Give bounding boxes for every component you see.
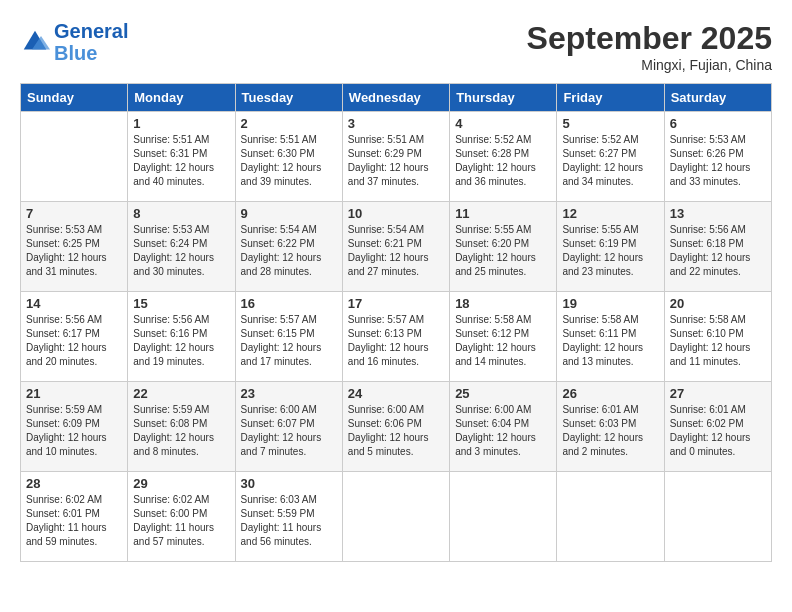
calendar-cell: 25Sunrise: 6:00 AM Sunset: 6:04 PM Dayli… [450, 382, 557, 472]
calendar-cell: 2Sunrise: 5:51 AM Sunset: 6:30 PM Daylig… [235, 112, 342, 202]
day-number: 5 [562, 116, 658, 131]
weekday-header-saturday: Saturday [664, 84, 771, 112]
day-info: Sunrise: 5:52 AM Sunset: 6:28 PM Dayligh… [455, 133, 551, 189]
day-number: 1 [133, 116, 229, 131]
day-info: Sunrise: 5:55 AM Sunset: 6:20 PM Dayligh… [455, 223, 551, 279]
calendar-cell: 21Sunrise: 5:59 AM Sunset: 6:09 PM Dayli… [21, 382, 128, 472]
day-info: Sunrise: 6:00 AM Sunset: 6:04 PM Dayligh… [455, 403, 551, 459]
calendar-cell: 8Sunrise: 5:53 AM Sunset: 6:24 PM Daylig… [128, 202, 235, 292]
calendar-cell: 6Sunrise: 5:53 AM Sunset: 6:26 PM Daylig… [664, 112, 771, 202]
calendar-cell [342, 472, 449, 562]
calendar-cell: 22Sunrise: 5:59 AM Sunset: 6:08 PM Dayli… [128, 382, 235, 472]
day-number: 7 [26, 206, 122, 221]
day-info: Sunrise: 5:57 AM Sunset: 6:13 PM Dayligh… [348, 313, 444, 369]
calendar-cell: 5Sunrise: 5:52 AM Sunset: 6:27 PM Daylig… [557, 112, 664, 202]
month-title: September 2025 [527, 20, 772, 57]
day-info: Sunrise: 5:53 AM Sunset: 6:24 PM Dayligh… [133, 223, 229, 279]
calendar-cell: 11Sunrise: 5:55 AM Sunset: 6:20 PM Dayli… [450, 202, 557, 292]
calendar-cell [664, 472, 771, 562]
day-number: 26 [562, 386, 658, 401]
logo: General Blue [20, 20, 128, 64]
day-number: 15 [133, 296, 229, 311]
calendar-cell: 16Sunrise: 5:57 AM Sunset: 6:15 PM Dayli… [235, 292, 342, 382]
day-number: 2 [241, 116, 337, 131]
day-info: Sunrise: 6:03 AM Sunset: 5:59 PM Dayligh… [241, 493, 337, 549]
calendar-cell: 18Sunrise: 5:58 AM Sunset: 6:12 PM Dayli… [450, 292, 557, 382]
calendar-cell [557, 472, 664, 562]
day-number: 3 [348, 116, 444, 131]
day-number: 28 [26, 476, 122, 491]
calendar-cell: 20Sunrise: 5:58 AM Sunset: 6:10 PM Dayli… [664, 292, 771, 382]
day-number: 9 [241, 206, 337, 221]
day-number: 14 [26, 296, 122, 311]
weekday-header-friday: Friday [557, 84, 664, 112]
day-number: 6 [670, 116, 766, 131]
day-info: Sunrise: 5:58 AM Sunset: 6:12 PM Dayligh… [455, 313, 551, 369]
weekday-header-monday: Monday [128, 84, 235, 112]
day-info: Sunrise: 6:01 AM Sunset: 6:03 PM Dayligh… [562, 403, 658, 459]
title-block: September 2025 Mingxi, Fujian, China [527, 20, 772, 73]
day-info: Sunrise: 5:54 AM Sunset: 6:22 PM Dayligh… [241, 223, 337, 279]
day-info: Sunrise: 6:00 AM Sunset: 6:06 PM Dayligh… [348, 403, 444, 459]
week-row-4: 28Sunrise: 6:02 AM Sunset: 6:01 PM Dayli… [21, 472, 772, 562]
day-info: Sunrise: 6:01 AM Sunset: 6:02 PM Dayligh… [670, 403, 766, 459]
day-info: Sunrise: 5:56 AM Sunset: 6:17 PM Dayligh… [26, 313, 122, 369]
day-number: 23 [241, 386, 337, 401]
day-info: Sunrise: 6:00 AM Sunset: 6:07 PM Dayligh… [241, 403, 337, 459]
calendar-cell: 24Sunrise: 6:00 AM Sunset: 6:06 PM Dayli… [342, 382, 449, 472]
day-number: 4 [455, 116, 551, 131]
weekday-header-tuesday: Tuesday [235, 84, 342, 112]
calendar-cell: 15Sunrise: 5:56 AM Sunset: 6:16 PM Dayli… [128, 292, 235, 382]
week-row-3: 21Sunrise: 5:59 AM Sunset: 6:09 PM Dayli… [21, 382, 772, 472]
day-info: Sunrise: 5:56 AM Sunset: 6:18 PM Dayligh… [670, 223, 766, 279]
calendar-cell: 1Sunrise: 5:51 AM Sunset: 6:31 PM Daylig… [128, 112, 235, 202]
day-info: Sunrise: 5:56 AM Sunset: 6:16 PM Dayligh… [133, 313, 229, 369]
calendar-cell: 14Sunrise: 5:56 AM Sunset: 6:17 PM Dayli… [21, 292, 128, 382]
day-info: Sunrise: 5:53 AM Sunset: 6:26 PM Dayligh… [670, 133, 766, 189]
day-number: 8 [133, 206, 229, 221]
week-row-0: 1Sunrise: 5:51 AM Sunset: 6:31 PM Daylig… [21, 112, 772, 202]
day-number: 13 [670, 206, 766, 221]
day-number: 29 [133, 476, 229, 491]
logo-line2: Blue [54, 42, 97, 64]
day-info: Sunrise: 6:02 AM Sunset: 6:01 PM Dayligh… [26, 493, 122, 549]
calendar-cell: 13Sunrise: 5:56 AM Sunset: 6:18 PM Dayli… [664, 202, 771, 292]
day-info: Sunrise: 5:54 AM Sunset: 6:21 PM Dayligh… [348, 223, 444, 279]
day-info: Sunrise: 5:52 AM Sunset: 6:27 PM Dayligh… [562, 133, 658, 189]
weekday-header-sunday: Sunday [21, 84, 128, 112]
calendar-cell: 3Sunrise: 5:51 AM Sunset: 6:29 PM Daylig… [342, 112, 449, 202]
day-info: Sunrise: 5:51 AM Sunset: 6:29 PM Dayligh… [348, 133, 444, 189]
day-number: 17 [348, 296, 444, 311]
logo-text: General Blue [54, 20, 128, 64]
calendar-cell: 23Sunrise: 6:00 AM Sunset: 6:07 PM Dayli… [235, 382, 342, 472]
calendar-cell: 28Sunrise: 6:02 AM Sunset: 6:01 PM Dayli… [21, 472, 128, 562]
logo-icon [20, 27, 50, 57]
day-number: 12 [562, 206, 658, 221]
day-number: 16 [241, 296, 337, 311]
day-number: 22 [133, 386, 229, 401]
calendar-cell: 7Sunrise: 5:53 AM Sunset: 6:25 PM Daylig… [21, 202, 128, 292]
calendar-cell [450, 472, 557, 562]
day-number: 19 [562, 296, 658, 311]
calendar-cell: 29Sunrise: 6:02 AM Sunset: 6:00 PM Dayli… [128, 472, 235, 562]
weekday-header-row: SundayMondayTuesdayWednesdayThursdayFrid… [21, 84, 772, 112]
week-row-1: 7Sunrise: 5:53 AM Sunset: 6:25 PM Daylig… [21, 202, 772, 292]
calendar-cell: 30Sunrise: 6:03 AM Sunset: 5:59 PM Dayli… [235, 472, 342, 562]
day-number: 11 [455, 206, 551, 221]
calendar-cell: 12Sunrise: 5:55 AM Sunset: 6:19 PM Dayli… [557, 202, 664, 292]
day-info: Sunrise: 5:55 AM Sunset: 6:19 PM Dayligh… [562, 223, 658, 279]
day-info: Sunrise: 6:02 AM Sunset: 6:00 PM Dayligh… [133, 493, 229, 549]
calendar-table: SundayMondayTuesdayWednesdayThursdayFrid… [20, 83, 772, 562]
day-number: 18 [455, 296, 551, 311]
day-info: Sunrise: 5:51 AM Sunset: 6:31 PM Dayligh… [133, 133, 229, 189]
day-number: 24 [348, 386, 444, 401]
page-header: General Blue September 2025 Mingxi, Fuji… [20, 20, 772, 73]
weekday-header-wednesday: Wednesday [342, 84, 449, 112]
calendar-cell: 26Sunrise: 6:01 AM Sunset: 6:03 PM Dayli… [557, 382, 664, 472]
day-number: 10 [348, 206, 444, 221]
weekday-header-thursday: Thursday [450, 84, 557, 112]
day-number: 20 [670, 296, 766, 311]
calendar-cell: 9Sunrise: 5:54 AM Sunset: 6:22 PM Daylig… [235, 202, 342, 292]
day-info: Sunrise: 5:57 AM Sunset: 6:15 PM Dayligh… [241, 313, 337, 369]
day-number: 27 [670, 386, 766, 401]
